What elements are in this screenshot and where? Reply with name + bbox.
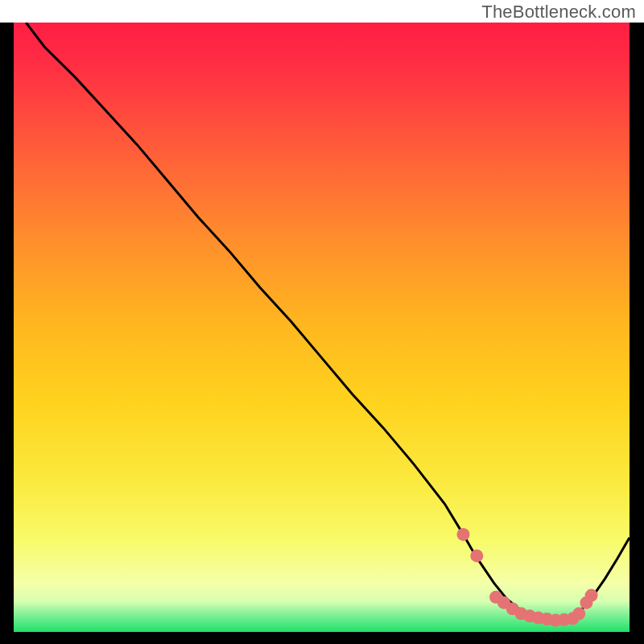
plot-background <box>14 23 630 632</box>
marker-dot <box>470 549 483 562</box>
marker-dot <box>456 528 469 541</box>
chart-svg <box>0 0 644 644</box>
marker-dot <box>585 589 598 602</box>
marker-dot <box>572 607 585 620</box>
chart-container: { "credit": "TheBottleneck.com", "chart_… <box>0 0 644 644</box>
credit-label: TheBottleneck.com <box>481 2 636 23</box>
